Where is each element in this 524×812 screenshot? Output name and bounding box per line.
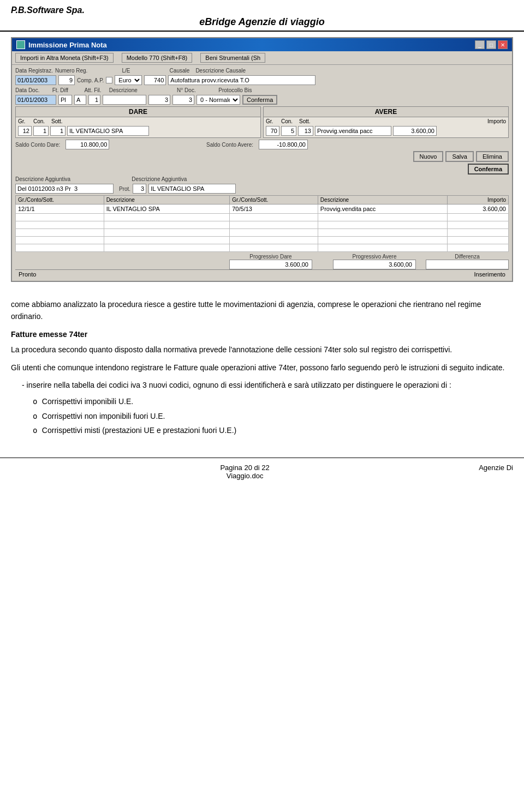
dare-gr-input[interactable] bbox=[18, 126, 32, 136]
circle-item-1: Corrispettivi imponibili U.E. bbox=[33, 395, 513, 407]
conferma-main-button[interactable]: Conferma bbox=[468, 164, 509, 175]
paragraph3: Gli utenti che comunque intendono regist… bbox=[11, 362, 513, 374]
data-registraz-label: Data Registraz. bbox=[15, 68, 53, 74]
avere-importo-label: Importo bbox=[487, 118, 506, 124]
dare-con-input[interactable] bbox=[33, 126, 49, 136]
descrizione-text-input[interactable] bbox=[103, 95, 146, 105]
maximize-button[interactable]: □ bbox=[486, 40, 496, 49]
salva-button[interactable]: Salva bbox=[445, 151, 474, 162]
page-header: P.B.Software Spa. eBridge Agenzie di via… bbox=[0, 0, 524, 32]
screenshot-window: Immissione Prima Nota _ □ ✕ Importi in A… bbox=[11, 37, 513, 282]
window-titlebar: Immissione Prima Nota _ □ ✕ bbox=[12, 38, 512, 51]
avere-gr-input[interactable] bbox=[266, 126, 279, 136]
desc-aggiuntiva-input[interactable] bbox=[15, 184, 114, 194]
desc-aggiuntiva-values-row: Prot. bbox=[15, 184, 509, 194]
footer-right: Agenzie Di bbox=[479, 464, 513, 480]
status-left: Pronto bbox=[19, 271, 36, 278]
desc-causale-input[interactable] bbox=[168, 75, 315, 85]
avere-gr-label: Gr. bbox=[266, 118, 279, 124]
avere-con-label: Con. bbox=[281, 118, 297, 124]
paragraph2: La procedura secondo quanto disposto dal… bbox=[11, 344, 513, 356]
form-area: Data Registraz. Numero Reg. L/E Causale … bbox=[12, 65, 512, 281]
bullet-item: inserire nella tabella dei codici iva 3 … bbox=[22, 379, 513, 391]
progressivo-avere-block: Progressivo Avere bbox=[333, 254, 416, 269]
app-title: eBridge Agenzie di viaggio bbox=[11, 16, 513, 28]
descrizione-label: Descrizione bbox=[109, 87, 138, 93]
ft-diff-input[interactable] bbox=[58, 95, 72, 105]
elimina-button[interactable]: Elimina bbox=[476, 151, 509, 162]
prot-desc-input[interactable] bbox=[148, 184, 236, 194]
avere-sott-label: Sott. bbox=[299, 118, 315, 124]
ft-diff-label: Ft. Diff bbox=[52, 87, 68, 93]
att-fil-input[interactable] bbox=[74, 95, 86, 105]
beni-strumentali-button[interactable]: Beni Strumentali (Sh bbox=[200, 53, 265, 63]
comp-ap-label: Comp. A.P. bbox=[77, 77, 104, 83]
col-importo: Importo bbox=[448, 196, 509, 204]
importi-altra-moneta-button[interactable]: Importi in Altra Moneta (Shift+F3) bbox=[15, 53, 114, 63]
euro-select[interactable]: Euro bbox=[115, 75, 142, 85]
normale-select[interactable]: 0 - Normale bbox=[196, 95, 240, 105]
nuovo-button[interactable]: Nuovo bbox=[413, 151, 444, 162]
table-row-empty bbox=[16, 229, 509, 237]
avere-header: AVERE bbox=[264, 107, 508, 117]
avere-importo-input[interactable] bbox=[393, 126, 437, 136]
comp-ap-checkbox[interactable] bbox=[106, 77, 112, 83]
table-row: 12/1/1 IL VENTAGLIO SPA 70/5/13 Provvig.… bbox=[16, 204, 509, 214]
avere-con-input[interactable] bbox=[281, 126, 296, 136]
att-fil-label: Att. Fil. bbox=[84, 87, 101, 93]
body-text: come abbiamo analizzato la procedura rie… bbox=[0, 293, 524, 447]
progressivo-dare-input[interactable] bbox=[229, 260, 312, 269]
desc-aggiuntiva-row: Descrizione Aggiuntiva Descrizione Aggiu… bbox=[15, 176, 509, 182]
paragraph1: come abbiamo analizzato la procedura rie… bbox=[11, 298, 513, 323]
protocollo-bis-input[interactable] bbox=[172, 95, 194, 105]
col-gr-conto-sott-avere: Gr./Conto/Sott. bbox=[230, 196, 318, 204]
descrizione-input[interactable] bbox=[88, 95, 100, 105]
dare-sott-input[interactable] bbox=[50, 126, 66, 136]
form-row-2: Data Doc. Ft. Diff Att. Fil. Descrizione… bbox=[15, 87, 509, 93]
saldo-avere-value[interactable] bbox=[259, 140, 308, 149]
avere-section: AVERE Gr. Con. Sott. Importo bbox=[263, 106, 509, 138]
dare-sott-label: Sott. bbox=[51, 118, 68, 124]
data-registraz-input[interactable] bbox=[15, 75, 56, 85]
conferma-row: Conferma bbox=[15, 164, 509, 175]
data-doc-input[interactable] bbox=[15, 95, 56, 105]
circle-item-3: Corrispettivi misti (prestazioni UE e pr… bbox=[33, 424, 513, 436]
avere-values-row bbox=[264, 125, 508, 137]
close-button[interactable]: ✕ bbox=[498, 40, 508, 49]
conferma-row2-button[interactable]: Conferma bbox=[242, 95, 277, 105]
progressivo-dare-label: Progressivo Dare bbox=[249, 254, 291, 260]
saldo-dare-label: Saldo Conto Dare: bbox=[15, 142, 60, 148]
avere-sott-input[interactable] bbox=[298, 126, 313, 136]
ndoc-input[interactable] bbox=[148, 95, 170, 105]
table-row-empty bbox=[16, 214, 509, 221]
col-desc-avere: Descrizione bbox=[318, 196, 448, 204]
causale-input[interactable] bbox=[144, 75, 166, 85]
company-name: P.B.Software Spa. bbox=[11, 5, 513, 15]
prot-input[interactable] bbox=[133, 184, 146, 194]
modello-770-button[interactable]: Modello 770 (Shift+F8) bbox=[122, 53, 193, 63]
entries-table: Gr./Conto/Sott. Descrizione Gr./Conto/So… bbox=[15, 195, 509, 252]
le-label: L/E bbox=[122, 68, 130, 74]
section-title: Fatture emesse 74ter bbox=[11, 328, 513, 340]
avere-desc-input[interactable] bbox=[315, 126, 391, 136]
row-importo: 3.600,00 bbox=[448, 204, 509, 214]
dare-desc-input[interactable] bbox=[67, 126, 149, 136]
saldo-dare-value[interactable] bbox=[66, 140, 109, 149]
row-gr-conto-sott-dare: 12/1/1 bbox=[16, 204, 104, 214]
progressivo-dare-block: Progressivo Dare bbox=[229, 254, 312, 269]
differenza-input[interactable] bbox=[426, 260, 509, 269]
col-desc-dare: Descrizione bbox=[104, 196, 230, 204]
table-row-empty bbox=[16, 237, 509, 244]
minimize-button[interactable]: _ bbox=[475, 40, 485, 49]
progressivo-row: Progressivo Dare Progressivo Avere Diffe… bbox=[15, 254, 509, 269]
numero-reg-label: Numero Reg. bbox=[55, 68, 87, 74]
numero-reg-input[interactable] bbox=[58, 75, 75, 85]
row-desc-avere: Provvig.vendita pacc bbox=[318, 204, 448, 214]
prot-label: Prot. bbox=[119, 186, 130, 192]
row-desc-dare: IL VENTAGLIO SPA bbox=[104, 204, 230, 214]
progressivo-avere-input[interactable] bbox=[333, 260, 416, 269]
status-right: Inserimento bbox=[474, 271, 505, 278]
desc-aggiuntiva-label: Descrizione Aggiuntiva bbox=[15, 176, 70, 182]
differenza-block: Differenza bbox=[426, 254, 509, 269]
col-gr-conto-sott-dare: Gr./Conto/Sott. bbox=[16, 196, 104, 204]
